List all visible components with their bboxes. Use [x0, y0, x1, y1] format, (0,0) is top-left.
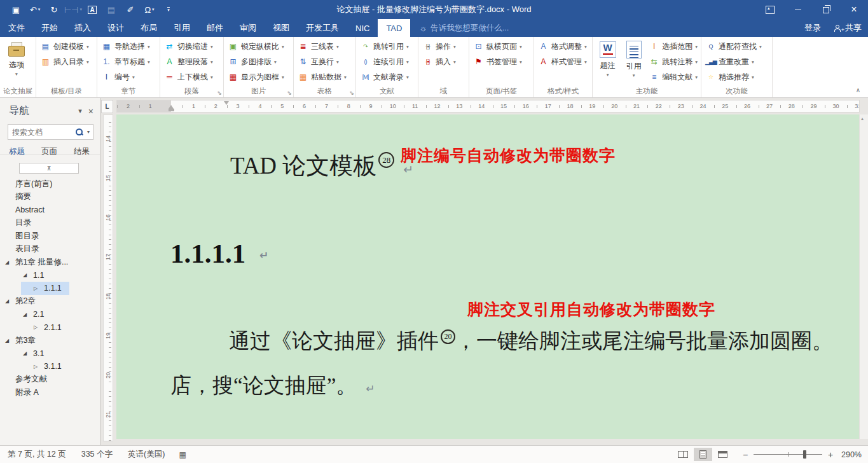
- expand-collapse-triangle-icon[interactable]: ◢: [23, 350, 31, 356]
- circled-footnote-28[interactable]: 28: [378, 152, 394, 168]
- dropdown-arrow-icon[interactable]: ▾: [695, 74, 698, 80]
- expand-collapse-triangle-icon[interactable]: ◢: [5, 259, 13, 265]
- dropdown-arrow-icon[interactable]: ▾: [282, 74, 284, 80]
- ribbon-button[interactable]: 1.章节标题▾: [99, 54, 158, 69]
- dialog-launcher-icon[interactable]: ⇘: [217, 90, 222, 96]
- search-icon[interactable]: [75, 128, 83, 136]
- ribbon-button[interactable]: ⇆跳转注释▾: [647, 54, 699, 69]
- dropdown-arrow-icon[interactable]: ▾: [148, 44, 150, 50]
- nav-heading-item[interactable]: ◢ 第3章: [0, 334, 100, 347]
- nav-heading-item[interactable]: 表目录: [0, 243, 100, 256]
- search-dropdown-icon[interactable]: ▾: [83, 129, 93, 135]
- undo-dropdown-icon[interactable]: ▾: [38, 7, 41, 12]
- expand-collapse-triangle-icon[interactable]: ◢: [5, 338, 13, 343]
- dropdown-arrow-icon[interactable]: ▾: [752, 74, 754, 80]
- first-line-indent-marker[interactable]: [224, 101, 229, 105]
- word-count-status[interactable]: 335 个字: [74, 449, 120, 460]
- print-layout-button[interactable]: [694, 448, 712, 461]
- dropdown-arrow-icon[interactable]: ▾: [336, 59, 339, 65]
- search-input[interactable]: [8, 128, 75, 137]
- vertical-ruler[interactable]: 1415161718192021: [103, 114, 113, 441]
- dropdown-arrow-icon[interactable]: ▾: [584, 44, 587, 50]
- ribbon-button[interactable]: ⊞多图排版▾: [226, 54, 292, 69]
- ribbon-button[interactable]: Q通配符查找▾: [703, 39, 771, 54]
- ribbon-display-options-button[interactable]: [756, 0, 784, 19]
- nav-tab[interactable]: 标题: [9, 146, 25, 155]
- document-page[interactable]: TAD 论文模板28↵ 脚注编号自动修改为带圈数字 1.1.1.1↵ 脚注交叉引…: [116, 114, 860, 439]
- dropdown-arrow-icon[interactable]: ▾: [453, 59, 456, 65]
- ribbon-button[interactable]: {▪}操作▾: [420, 39, 467, 54]
- left-indent-marker[interactable]: [169, 109, 174, 111]
- nav-heading-item[interactable]: ◢ 3.1: [0, 347, 100, 361]
- dropdown-arrow-icon[interactable]: ▾: [406, 44, 409, 50]
- dropdown-arrow-icon[interactable]: ▾: [336, 44, 339, 50]
- body-line-2[interactable]: 店，搜“论文抽屉”。↵: [170, 371, 375, 400]
- ribbon-button[interactable]: A格式调整▾: [536, 39, 591, 54]
- page-number-status[interactable]: 第 7 页, 共 12 页: [0, 449, 74, 460]
- nav-heading-item[interactable]: ◢ 1.1: [0, 269, 100, 282]
- ribbon-tab[interactable]: 开始: [33, 19, 66, 37]
- expand-collapse-triangle-icon[interactable]: ◢: [23, 312, 31, 317]
- nav-heading-item[interactable]: 参考文献: [0, 373, 100, 387]
- dropdown-arrow-icon[interactable]: ▾: [584, 59, 587, 65]
- nav-heading-item[interactable]: 序言(前言): [0, 177, 100, 191]
- ribbon-button[interactable]: ▁▃▅查重改重▾: [703, 54, 771, 69]
- dropdown-arrow-icon[interactable]: ▾: [520, 44, 522, 50]
- dropdown-arrow-icon[interactable]: ▾: [520, 59, 522, 65]
- save-icon[interactable]: ▣: [6, 1, 25, 18]
- dropdown-arrow-icon[interactable]: ▾: [274, 59, 277, 65]
- expand-collapse-triangle-icon[interactable]: ◢: [5, 298, 13, 304]
- caption-button[interactable]: W 题注 ▾: [595, 39, 621, 85]
- circled-footnote-20[interactable]: 20: [441, 329, 455, 344]
- ribbon-tab[interactable]: NIC: [347, 19, 378, 37]
- dialog-launcher-icon[interactable]: ⇘: [287, 90, 292, 96]
- dropdown-arrow-icon[interactable]: ▾: [86, 44, 89, 50]
- dropdown-arrow-icon[interactable]: ▾: [695, 44, 698, 50]
- options-button[interactable]: 选项 ▾: [2, 39, 31, 77]
- ribbon-button[interactable]: ≣三线表▾: [296, 39, 354, 54]
- ribbon-button[interactable]: ≡编辑文献▾: [647, 69, 699, 85]
- scroll-up-icon[interactable]: ▴: [861, 116, 864, 121]
- dropdown-arrow-icon[interactable]: ▾: [759, 44, 762, 50]
- ribbon-tab[interactable]: 布局: [132, 19, 165, 37]
- dropdown-arrow-icon[interactable]: ▾: [210, 74, 213, 80]
- symbol-icon[interactable]: Ω▾: [140, 1, 159, 18]
- ribbon-button[interactable]: ⇅互换行▾: [296, 54, 354, 69]
- dropdown-arrow-icon[interactable]: ▾: [344, 74, 347, 80]
- citation-button[interactable]: 引用 ▾: [621, 39, 647, 85]
- nav-heading-item[interactable]: 图目录: [0, 230, 100, 243]
- zoom-out-button[interactable]: −: [742, 450, 748, 460]
- expand-collapse-triangle-icon[interactable]: ▷: [34, 324, 41, 330]
- expand-collapse-triangle-icon[interactable]: ▷: [34, 364, 41, 370]
- dropdown-arrow-icon[interactable]: ▾: [86, 59, 89, 65]
- read-mode-button[interactable]: [672, 448, 694, 460]
- jump-to-top-button[interactable]: ⊼: [19, 163, 79, 174]
- ribbon-tab[interactable]: 邮件: [198, 19, 231, 37]
- ribbon-button[interactable]: ▦粘贴数据▾: [296, 69, 354, 85]
- nav-options-dropdown-icon[interactable]: ▾: [78, 107, 82, 115]
- share-button[interactable]: + 共享: [834, 22, 862, 34]
- ribbon-button[interactable]: ▥插入目录▾: [38, 54, 95, 69]
- dropdown-arrow-icon[interactable]: ▾: [406, 74, 409, 80]
- ribbon-tab[interactable]: 审阅: [231, 19, 265, 37]
- ribbon-tab[interactable]: 插入: [66, 19, 99, 37]
- nav-heading-item[interactable]: ▷ 2.1.1: [0, 321, 100, 335]
- heading-1111[interactable]: 1.1.1.1↵: [170, 238, 269, 269]
- dropdown-arrow-icon[interactable]: ▾: [453, 44, 456, 50]
- dropdown-arrow-icon[interactable]: ▾: [148, 59, 150, 65]
- ribbon-button[interactable]: [M]文献著录▾: [358, 69, 417, 85]
- vertical-scrollbar[interactable]: ▴: [859, 114, 868, 439]
- ribbon-tab[interactable]: 文件: [0, 19, 33, 37]
- undo-icon[interactable]: ↶▾: [25, 1, 45, 18]
- dropdown-arrow-icon[interactable]: ▾: [406, 59, 409, 65]
- nav-heading-item[interactable]: ▷ 1.1.1: [0, 282, 100, 295]
- ribbon-button[interactable]: A样式管理▾: [536, 54, 591, 69]
- restore-button[interactable]: [812, 0, 840, 19]
- ribbon-button[interactable]: ▤创建模板▾: [38, 39, 95, 54]
- web-layout-button[interactable]: [712, 448, 733, 460]
- macro-record-icon[interactable]: ▦: [172, 450, 192, 459]
- dropdown-arrow-icon[interactable]: ▾: [695, 59, 698, 65]
- ribbon-button[interactable]: I编号▾: [99, 69, 158, 85]
- ribbon-button[interactable]: ⊡纵横页面▾: [471, 39, 532, 54]
- zoom-slider-handle[interactable]: [803, 450, 806, 459]
